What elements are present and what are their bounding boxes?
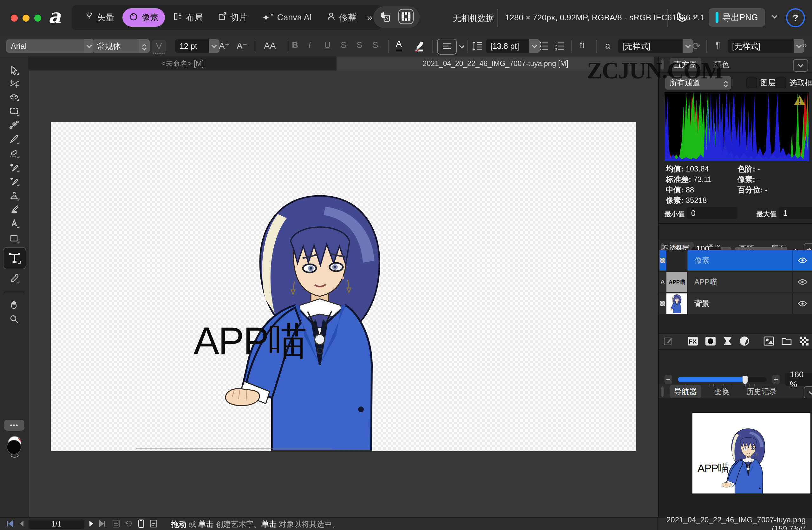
panel-grip[interactable] (661, 59, 664, 70)
document-canvas[interactable]: APP喵 (51, 122, 636, 451)
persona-layout[interactable]: 布局 (167, 8, 209, 27)
add-pixel-layer-icon[interactable] (764, 336, 774, 347)
pan-tool[interactable] (4, 298, 25, 312)
max-value-field[interactable]: 1 (779, 207, 812, 219)
art-text-object[interactable]: APP喵 (193, 316, 306, 368)
list-doc-icon[interactable] (150, 519, 157, 529)
font-color-button[interactable]: A (396, 39, 402, 52)
tab-navigator[interactable]: 导航器 (670, 385, 701, 398)
collapse-panel-button[interactable] (793, 59, 808, 72)
align-dropdown-chevron-icon[interactable] (459, 43, 465, 48)
style-sync-icon[interactable]: ⟳ (692, 40, 701, 52)
marquee-checkbox-group[interactable]: 选取框 (775, 78, 812, 88)
erase-brush-tool[interactable] (4, 147, 25, 161)
marquee-select-tool[interactable] (4, 104, 25, 118)
first-page-button[interactable] (6, 520, 14, 528)
color-picker-tool[interactable] (4, 272, 25, 286)
layer-fx-icon[interactable]: FX (687, 336, 698, 347)
highlight-color-button[interactable] (413, 40, 426, 54)
notes-doc-icon[interactable] (112, 519, 120, 529)
export-dropdown-chevron-icon[interactable] (772, 13, 778, 19)
zoom-out-button[interactable]: − (665, 375, 672, 384)
formatbar-overflow-button[interactable]: » (802, 40, 807, 50)
underline-button[interactable]: U (324, 40, 331, 50)
zoom-tool[interactable] (4, 312, 25, 326)
zoom-in-button[interactable]: + (772, 375, 780, 384)
zoom-percentage[interactable]: 160 % (785, 373, 812, 386)
clone-stamp-tool[interactable] (4, 189, 25, 203)
decrease-size-button[interactable]: A⁻ (237, 41, 247, 51)
layer-row-pixel[interactable]: 像素 (659, 250, 812, 270)
persona-pixel[interactable]: 像素 (122, 8, 165, 27)
character-style-select[interactable]: [无样式] (618, 39, 693, 53)
marquee-checkbox[interactable] (775, 78, 786, 88)
layer-checkbox[interactable] (746, 78, 757, 88)
superscript-button[interactable]: S˙ (357, 40, 364, 50)
font-size-select[interactable]: 12 pt (175, 39, 219, 53)
previous-page-button[interactable] (18, 520, 25, 528)
layer-visibility-toggle[interactable] (792, 250, 812, 270)
minimize-window-button[interactable] (23, 15, 29, 22)
persona-slice[interactable]: 切片 (211, 8, 254, 27)
strikethrough-button[interactable]: S (340, 40, 347, 50)
font-family-select[interactable]: Arial (6, 39, 95, 53)
numbered-list-button[interactable]: 123 (554, 41, 565, 53)
tab-current-document[interactable]: 2021_04_20_22_46_IMG_7007-tuya.png [M] (336, 57, 654, 70)
selection-brush-tool[interactable] (4, 90, 25, 104)
live-filter-icon[interactable] (739, 336, 750, 347)
dodge-brush-tool[interactable] (4, 161, 25, 175)
font-style-select[interactable]: 常规体 (92, 39, 150, 53)
move-tool[interactable] (4, 64, 25, 78)
grid-view-icon[interactable] (398, 8, 414, 26)
crop-tool[interactable] (4, 77, 25, 91)
leading-select[interactable]: [13.8 pt] (486, 39, 540, 53)
all-caps-button[interactable]: AA (264, 41, 276, 51)
device-preview-icon[interactable] (137, 519, 145, 529)
pen-tool[interactable] (4, 217, 25, 231)
edit-layer-icon[interactable] (663, 336, 673, 347)
more-tools-button[interactable]: ••• (4, 420, 25, 431)
close-window-button[interactable] (11, 15, 18, 22)
layer-visibility-toggle[interactable] (792, 272, 812, 292)
persona-canva-ai[interactable]: ✦✧ Canva AI (256, 8, 318, 27)
smudge-tool[interactable] (4, 203, 25, 217)
tab-transform[interactable]: 变换 (710, 385, 734, 398)
export-png-button[interactable]: 导出PNG (709, 8, 765, 27)
rotate-reset-icon[interactable] (125, 519, 133, 529)
canvas-viewport[interactable]: APP喵 (29, 70, 658, 517)
page-indicator[interactable]: 1/1 (29, 519, 84, 529)
navigator-preview-area[interactable]: APP喵 (659, 398, 812, 517)
increase-size-button[interactable]: A⁺ (219, 41, 229, 51)
adjustment-layer-icon[interactable] (723, 336, 733, 347)
zoom-slider[interactable] (678, 377, 767, 382)
artistic-text-tool[interactable] (3, 247, 26, 269)
paragraph-style-select[interactable]: [无样式] (728, 39, 804, 53)
channel-select[interactable]: 所有通道 (665, 76, 731, 89)
italic-button[interactable]: I (308, 40, 311, 50)
tab-histogram[interactable]: 直方图 (670, 58, 701, 71)
new-group-folder-icon[interactable] (781, 336, 792, 347)
layer-checkbox-group[interactable]: 图层 (746, 78, 775, 88)
min-value-field[interactable]: 0 (687, 207, 738, 219)
new-layer-checker-icon[interactable] (799, 336, 809, 347)
panel-grip[interactable] (661, 387, 664, 396)
paint-brush-tool[interactable] (4, 132, 25, 146)
zoom-window-button[interactable] (34, 15, 41, 22)
auto-translate-icon[interactable]: A (379, 10, 392, 25)
mask-layer-icon[interactable] (705, 336, 716, 347)
tab-color[interactable]: 颜色 (710, 58, 734, 71)
bold-button[interactable]: B (292, 40, 298, 50)
color-swatches[interactable] (4, 435, 25, 457)
subscript-button[interactable]: S. (372, 40, 380, 50)
layer-row-text[interactable]: A APP喵 APP喵 (659, 272, 812, 292)
zoom-slider-handle[interactable] (742, 376, 748, 384)
clipping-warning-icon[interactable] (793, 95, 806, 106)
gradient-tool[interactable] (4, 118, 25, 132)
snapping-magnet-icon[interactable] (675, 10, 688, 25)
kerning-icon[interactable]: V (151, 40, 166, 54)
tab-history[interactable]: 历史记录 (742, 385, 781, 398)
ligatures-button[interactable]: fi (580, 40, 584, 50)
help-button[interactable]: ? (786, 8, 805, 27)
burn-brush-tool[interactable] (4, 175, 25, 189)
layer-visibility-toggle[interactable] (792, 293, 812, 314)
